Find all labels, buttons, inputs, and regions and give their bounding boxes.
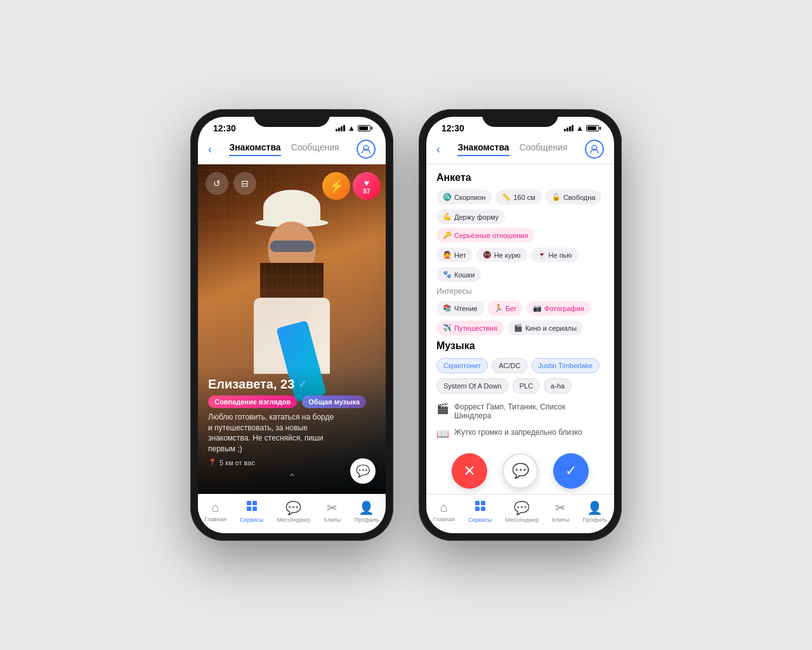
svg-rect-3 <box>247 507 251 511</box>
photo-card: ↺ ⊟ ⚡ ♥ 87 Елизавета, 23 ✓ Сов <box>198 164 386 494</box>
person-location: 📍 5 км от вас <box>208 458 376 467</box>
no-emoji: 🙅 <box>443 251 452 259</box>
svg-rect-1 <box>247 501 251 505</box>
book-emoji: 📚 <box>443 304 452 312</box>
messenger-icon-2: 💬 <box>514 500 530 515</box>
person-bio: Люблю готовить, кататься на борде и путе… <box>208 412 376 454</box>
profile-avatar-1[interactable] <box>357 140 376 159</box>
superlike-button[interactable]: 💬 <box>502 453 538 489</box>
nav-services-label: Сервисы <box>240 517 263 523</box>
interests-label: Интересы <box>436 287 604 296</box>
photo-overlay: Елизавета, 23 ✓ Совпадение взглядов Обща… <box>198 367 386 494</box>
nav-home-label: Главная <box>205 516 226 522</box>
like-icon: ✓ <box>565 463 577 479</box>
music-tags-1: Скриптонит AC/DC Justin Timberlake <box>436 358 604 373</box>
tab-dating-2[interactable]: Знакомства <box>457 142 509 156</box>
superlike-icon: 💬 <box>512 463 529 479</box>
action-buttons: ✕ 💬 ✓ <box>426 446 614 494</box>
chat-icon: 💬 <box>356 464 370 478</box>
nav-home-2[interactable]: ⌂ Главная <box>433 500 455 522</box>
nav-services-1[interactable]: Сервисы <box>240 500 263 523</box>
nav-clips-label: Клипы <box>324 517 341 523</box>
tag-no-smoke: 🚭 Не курю <box>476 248 527 262</box>
books-text: Жутко громко и запредельно близко <box>454 428 582 437</box>
phone-1: 12:30 ▲ ‹ Знакомства Сообщения <box>190 109 393 541</box>
tag-travel: ✈️ Путешествия <box>436 321 504 335</box>
nav-home-label-2: Главная <box>433 516 455 522</box>
phone-2: 12:30 ▲ ‹ Знакомства Сообщения <box>419 109 622 541</box>
anketa-tags-4: 🐾 Кошки <box>436 267 604 282</box>
nav-messenger-1[interactable]: 💬 Мессенджер <box>277 500 310 523</box>
dislike-button[interactable]: ✕ <box>452 453 487 489</box>
movie-icon: 🎬 <box>436 402 449 415</box>
nav-clips-2[interactable]: ✂ Клипы <box>552 500 569 523</box>
tag-height: 📏 160 см <box>495 190 541 204</box>
camera-emoji: 📷 <box>533 304 542 312</box>
status-icons-2: ▲ <box>564 124 599 133</box>
nav-messenger-label-2: Мессенджер <box>505 517 539 523</box>
profile-avatar-2[interactable] <box>585 140 604 159</box>
music-aha: a-ha <box>544 378 572 394</box>
signal-icon <box>336 125 345 131</box>
profile-icon: 👤 <box>358 500 374 515</box>
status-icons-1: ▲ <box>336 124 370 133</box>
likes-count: 87 <box>363 188 370 195</box>
status-time-2: 12:30 <box>442 123 464 133</box>
refresh-button[interactable]: ↺ <box>206 172 228 195</box>
like-button[interactable]: ✓ <box>553 453 589 489</box>
cats-emoji: 🐾 <box>443 270 452 279</box>
tag-photo: 📷 Фотография <box>527 301 591 315</box>
back-button-2[interactable]: ‹ <box>436 143 440 156</box>
nav-profile-2[interactable]: 👤 Профиль <box>583 500 608 523</box>
tag-free: 🔓 Свободна <box>546 190 602 204</box>
nav-clips-label-2: Клипы <box>552 517 569 523</box>
chat-fab[interactable]: 💬 <box>350 458 376 484</box>
svg-rect-8 <box>475 507 480 511</box>
film-emoji: 🎬 <box>514 324 523 332</box>
like-counter[interactable]: ♥ 87 <box>353 172 381 200</box>
height-emoji: 📏 <box>502 193 511 201</box>
music-soad: System Of A Down <box>436 378 509 394</box>
nav-tabs-1: Знакомства Сообщения <box>229 142 339 156</box>
nav-messenger-2[interactable]: 💬 Мессенджер <box>505 500 539 523</box>
nav-clips-1[interactable]: ✂ Клипы <box>324 500 341 523</box>
interests-tags-1: 📚 Чтение 🏃 Бег 📷 Фотография <box>436 301 604 315</box>
wifi-icon: ▲ <box>348 124 355 133</box>
boost-button[interactable]: ⚡ <box>322 172 350 200</box>
bottom-nav-1: ⌂ Главная Сервисы 💬 Мессенджер <box>198 494 386 533</box>
music-acdc: AC/DC <box>492 358 527 373</box>
filter-button[interactable]: ⊟ <box>233 172 256 195</box>
boost-icon: ⚡ <box>329 178 344 194</box>
plane-emoji: ✈️ <box>443 324 452 332</box>
top-nav-1: ‹ Знакомства Сообщения <box>198 136 386 164</box>
tag-cats: 🐾 Кошки <box>436 267 481 282</box>
tab-messages-2[interactable]: Сообщения <box>520 142 568 156</box>
book-icon: 📖 <box>436 428 449 440</box>
match-tags: Совпадение взглядов Общая музыка <box>208 395 376 408</box>
nav-services-2[interactable]: Сервисы <box>468 500 492 523</box>
location-icon: 📍 <box>208 458 217 467</box>
tag-no-children: 🙅 Нет <box>436 248 473 262</box>
nav-profile-1[interactable]: 👤 Профиль <box>355 500 379 523</box>
free-emoji: 🔓 <box>552 193 561 201</box>
scorpio-emoji: ♏ <box>443 193 452 201</box>
tab-dating-1[interactable]: Знакомства <box>229 142 280 156</box>
svg-rect-7 <box>481 501 485 505</box>
status-time-1: 12:30 <box>213 123 236 133</box>
tag-running: 🏃 Бег <box>488 301 523 315</box>
interests-tags-2: ✈️ Путешествия 🎬 Кино и сериалы <box>436 321 604 335</box>
music-match-tag: Общая музыка <box>302 395 366 408</box>
messenger-icon: 💬 <box>285 500 301 515</box>
no-smoke-emoji: 🚭 <box>483 251 492 259</box>
tab-messages-1[interactable]: Сообщения <box>291 142 339 156</box>
key-emoji: 🔑 <box>443 231 452 239</box>
music-skriptonit: Скриптонит <box>436 358 488 373</box>
profile-icon-2: 👤 <box>587 500 603 515</box>
anketa-title: Анкета <box>436 172 604 183</box>
music-tags-2: System Of A Down PLC a-ha <box>436 378 604 394</box>
media-books: 📖 Жутко громко и запредельно близко <box>436 424 604 444</box>
back-button-1[interactable]: ‹ <box>208 143 212 156</box>
nav-home-1[interactable]: ⌂ Главная <box>205 500 226 522</box>
nav-profile-label-2: Профиль <box>583 517 608 523</box>
home-icon: ⌂ <box>212 500 219 515</box>
